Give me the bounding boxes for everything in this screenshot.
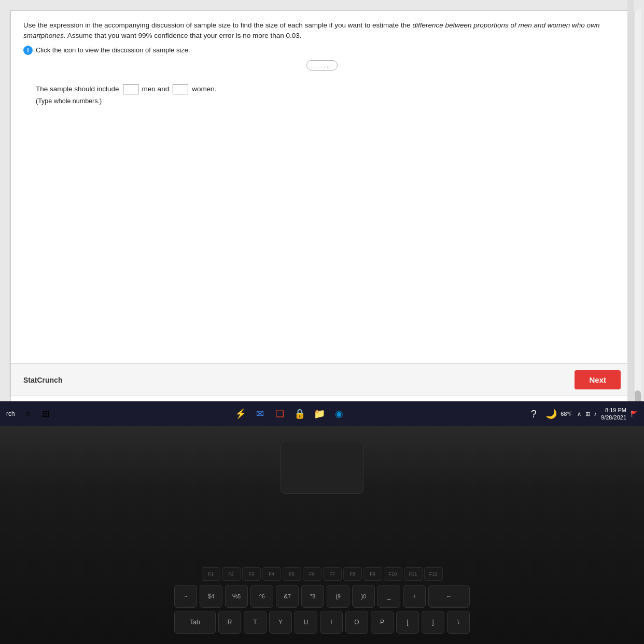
taskbar-network-icon[interactable]: ⊞ xyxy=(585,411,590,417)
taskbar-start-icon[interactable]: ○ xyxy=(20,405,37,422)
taskbar-lock-icon[interactable]: 🔒 xyxy=(291,405,308,422)
key-u[interactable]: U xyxy=(295,611,317,634)
key-r[interactable]: R xyxy=(218,611,241,634)
key-bracket-r[interactable]: ] xyxy=(422,611,444,634)
key-9[interactable]: + xyxy=(403,585,426,608)
fn-key[interactable]: F2 xyxy=(222,567,241,581)
key-backslash[interactable]: \ xyxy=(447,611,470,634)
fn-key[interactable]: F6 xyxy=(303,567,321,581)
taskbar-edge-icon[interactable]: ◉ xyxy=(331,405,347,422)
key-tab[interactable]: Tab xyxy=(174,611,216,634)
taskbar-weather-icon[interactable]: 🌙 xyxy=(543,405,559,422)
dots-separator: ..... xyxy=(306,60,338,71)
key-backspace[interactable]: ← xyxy=(428,585,470,608)
fn-key[interactable]: F1 xyxy=(202,567,220,581)
fn-key[interactable]: F12 xyxy=(424,567,443,581)
info-icon[interactable]: i xyxy=(23,46,33,55)
taskbar: rch ○ ⊞ ⚡ ✉ ❑ 🔒 📁 ◉ ? 🌙 68°F ∧ ⊞ ♪ 8:19 … xyxy=(0,401,644,426)
taskbar-notifications-icon[interactable]: 🚩 xyxy=(631,411,638,417)
question-text: Use the expression in the accompanying d… xyxy=(23,20,621,41)
taskbar-folder-icon[interactable]: 📁 xyxy=(311,405,328,422)
men-input[interactable] xyxy=(123,84,138,94)
taskbar-temp: 68°F xyxy=(561,411,572,417)
taskbar-lightning-icon[interactable]: ⚡ xyxy=(232,405,249,422)
info-link[interactable]: Click the icon to view the discussion of… xyxy=(36,46,190,54)
answer-row: The sample should include men and women. xyxy=(36,84,608,94)
taskbar-chevron[interactable]: ∧ xyxy=(577,411,581,417)
type-note: (Type whole numbers.) xyxy=(36,97,608,105)
key-o[interactable]: O xyxy=(345,611,368,634)
taskbar-audio-icon[interactable]: ♪ xyxy=(594,411,597,417)
fn-key[interactable]: F8 xyxy=(343,567,362,581)
taskbar-office-icon[interactable]: ❑ xyxy=(272,405,288,422)
taskbar-search-label: rch xyxy=(2,408,19,419)
key-tilde[interactable]: ~ xyxy=(174,585,197,608)
fn-key[interactable]: F3 xyxy=(242,567,261,581)
taskbar-clock: 8:19 PM 9/28/2021 xyxy=(601,407,626,422)
key-6[interactable]: (9 xyxy=(327,585,349,608)
keyboard: F1 F2 F3 F4 F5 F6 F7 F8 F9 F10 F11 F12 ~… xyxy=(0,478,644,644)
key-2[interactable]: %5 xyxy=(225,585,248,608)
key-4[interactable]: &7 xyxy=(276,585,299,608)
statcrunch-label: StatCrunch xyxy=(23,376,62,384)
key-bracket-l[interactable]: [ xyxy=(396,611,419,634)
key-3[interactable]: ^6 xyxy=(250,585,273,608)
key-t[interactable]: T xyxy=(244,611,267,634)
laptop-body: F1 F2 F3 F4 F5 F6 F7 F8 F9 F10 F11 F12 ~… xyxy=(0,426,644,644)
fn-key[interactable]: F5 xyxy=(283,567,301,581)
next-button[interactable]: Next xyxy=(575,370,621,389)
taskbar-help-icon[interactable]: ? xyxy=(525,405,542,422)
fn-key[interactable]: F11 xyxy=(404,567,423,581)
key-i[interactable]: I xyxy=(320,611,343,634)
fn-key[interactable]: F7 xyxy=(323,567,342,581)
key-7[interactable]: )0 xyxy=(352,585,375,608)
fn-key[interactable]: F9 xyxy=(363,567,382,581)
fn-key[interactable]: F4 xyxy=(262,567,281,581)
key-p[interactable]: P xyxy=(371,611,394,634)
fn-key[interactable]: F10 xyxy=(384,567,402,581)
key-y[interactable]: Y xyxy=(269,611,292,634)
taskbar-mail-icon[interactable]: ✉ xyxy=(252,405,269,422)
women-input[interactable] xyxy=(173,84,188,94)
key-8[interactable]: _ xyxy=(377,585,400,608)
key-5[interactable]: *8 xyxy=(301,585,324,608)
taskbar-widget-icon[interactable]: ⊞ xyxy=(38,405,54,422)
key-1[interactable]: $4 xyxy=(200,585,222,608)
